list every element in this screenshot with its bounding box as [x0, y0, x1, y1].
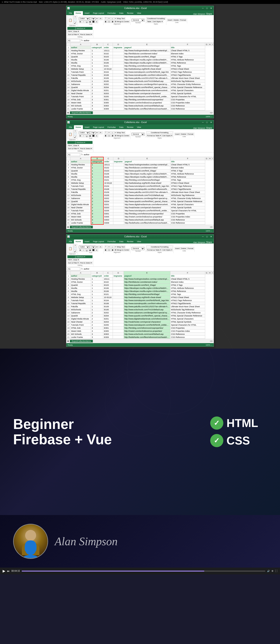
top-align-3[interactable]: ⊤	[104, 246, 107, 248]
add-sheet-1[interactable]: ⊕	[67, 112, 69, 114]
sort-btn-3[interactable]: Sort & Filter ▾	[67, 262, 79, 264]
center-align-2[interactable]: ◫	[108, 134, 111, 137]
share-btn-3[interactable]: Share	[205, 241, 213, 244]
copy-btn-2[interactable]: 📄	[73, 133, 77, 136]
col-E-3[interactable]: E	[124, 271, 170, 274]
name-box-3[interactable]	[67, 267, 80, 270]
wrap-text-1[interactable]: ↵ Wrap Text	[114, 17, 125, 20]
fontsize-select-2[interactable]: 11	[90, 131, 95, 134]
find-btn-2[interactable]: Find & Select ▾	[79, 147, 92, 150]
border-btn-1[interactable]: ▦	[89, 20, 92, 23]
minimize-btn-3[interactable]: ─	[201, 236, 205, 238]
sheet-tab-export-3[interactable]: ExportCollectionItems	[70, 340, 93, 342]
fill-btn-3b[interactable]: 🅰	[92, 249, 95, 252]
decrease-font-2[interactable]: A↓	[99, 131, 102, 134]
merge-btn-3[interactable]: ⊞ Merge & Center	[114, 248, 130, 252]
italic-btn-1[interactable]: I	[82, 20, 85, 23]
tab-data-3[interactable]: Data	[117, 240, 125, 244]
tab-view-1[interactable]: View	[135, 11, 143, 15]
col-C-3[interactable]: C	[103, 271, 113, 274]
col-G-3[interactable]: G	[205, 271, 208, 274]
col-H-1[interactable]: H	[208, 43, 211, 46]
tab-view-3[interactable]: View	[135, 240, 143, 244]
format-painter-3[interactable]: 🖌	[73, 250, 77, 253]
close-btn-1[interactable]: ✕	[209, 7, 213, 10]
progress-bar[interactable]	[22, 571, 265, 572]
col-A-1[interactable]: A	[70, 43, 91, 46]
insert-btn-1[interactable]: Insert	[167, 18, 173, 22]
italic-btn-3[interactable]: I	[82, 249, 85, 252]
clear-btn-3[interactable]: Clear ▾	[72, 258, 79, 261]
format-btn-1[interactable]: Format	[180, 18, 186, 22]
tab-formulas-2[interactable]: Formulas	[106, 125, 118, 129]
tab-insert-2[interactable]: Insert	[83, 125, 91, 129]
tab-pagelayout-2[interactable]: Page Layout	[91, 125, 106, 129]
color-btn-3[interactable]: A	[95, 249, 98, 252]
underline-btn-2[interactable]: U	[85, 134, 88, 137]
left-align-2[interactable]: ◧	[104, 134, 107, 137]
right-align-3[interactable]: ◨	[111, 248, 114, 252]
col-A-3[interactable]: A	[70, 271, 91, 274]
bold-btn-3[interactable]: B	[79, 249, 82, 252]
cell-styles-2[interactable]: Cell Styles ▾	[162, 134, 173, 137]
clear-btn-1[interactable]: Clear ▾	[72, 30, 79, 33]
tab-insert-1[interactable]: Insert	[83, 11, 91, 15]
scroll-arrows-2[interactable]: ◁ ▷	[210, 226, 213, 228]
wrap-text-3[interactable]: ↵ Wrap Text	[114, 246, 125, 248]
col-F-2[interactable]: F	[170, 157, 205, 160]
tab-review-1[interactable]: Review	[125, 11, 135, 15]
tab-data-2[interactable]: Data	[117, 125, 125, 129]
copy-btn-1[interactable]: 📄	[73, 18, 77, 22]
col-D-3[interactable]: D	[113, 271, 124, 274]
col-F-3[interactable]: F	[170, 271, 205, 274]
tab-formulas-1[interactable]: Formulas	[106, 11, 118, 15]
merge-btn-2[interactable]: ⊞ Merge & Center	[114, 134, 130, 137]
fontsize-select-1[interactable]: 11	[90, 17, 95, 20]
top-align-2[interactable]: ⊤	[104, 131, 107, 134]
cut-btn-3[interactable]: ✂	[73, 244, 77, 247]
fill-btn2-3[interactable]: Fill ▾	[67, 258, 72, 261]
add-sheet-3[interactable]: ⊕	[67, 340, 69, 342]
cut-btn-1[interactable]: ✂	[73, 16, 77, 18]
increase-font-1[interactable]: A↑	[96, 17, 99, 20]
color-btn-2[interactable]: A	[95, 134, 98, 137]
color-btn-1[interactable]: A	[95, 20, 98, 23]
find-btn-3[interactable]: Find & Select ▾	[79, 262, 92, 264]
sheet-tab-export-2[interactable]: ExportCollectionItems	[70, 226, 93, 228]
fill-btn-2[interactable]: 🅰	[92, 134, 95, 137]
delete-btn-2[interactable]: Delete	[181, 133, 187, 136]
col-A-2[interactable]: A	[70, 157, 91, 160]
delete-btn-1[interactable]: Delete	[173, 18, 179, 22]
autosum-btn-3[interactable]: ∑ AutoSum ▾	[67, 255, 92, 258]
mid-align-1[interactable]: ≡	[108, 17, 111, 20]
tab-view-2[interactable]: View	[135, 125, 143, 129]
titlebar-controls-2[interactable]: ─ □ ✕	[201, 121, 213, 124]
cell-styles-3[interactable]: Cell Styles ▾	[162, 248, 173, 252]
insert-btn-3[interactable]: Insert	[175, 247, 180, 250]
tab-pagelayout-3[interactable]: Page Layout	[91, 240, 106, 244]
bot-align-1[interactable]: ⊥	[111, 17, 114, 20]
fontsize-select-3[interactable]: 11	[90, 246, 95, 248]
increase-font-2[interactable]: A↑	[96, 131, 99, 134]
col-F-1[interactable]: F	[170, 43, 205, 46]
fill-btn2-1[interactable]: Fill ▾	[67, 30, 72, 33]
find-btn-1[interactable]: Find & Select ▾	[79, 33, 92, 36]
tab-formulas-3[interactable]: Formulas	[106, 240, 118, 244]
volume-btn[interactable]: 🔊	[267, 570, 270, 572]
format-btn-3[interactable]: Format	[187, 247, 194, 250]
col-E-1[interactable]: E	[124, 43, 170, 46]
sheet-tab-export-1[interactable]: ExportCollectionItems	[70, 111, 93, 114]
font-select-3[interactable]: Calibri	[79, 246, 90, 248]
formula-input-2[interactable]	[84, 154, 213, 156]
name-box-1[interactable]	[67, 39, 80, 42]
bot-align-3[interactable]: ⊥	[111, 246, 114, 248]
col-B-1[interactable]: B	[91, 43, 103, 46]
col-C-2[interactable]: C	[103, 157, 113, 160]
tab-data-1[interactable]: Data	[117, 11, 125, 15]
center-align-3[interactable]: ◫	[108, 248, 111, 252]
maximize-btn-1[interactable]: □	[205, 7, 209, 10]
format-painter-2[interactable]: 🖌	[73, 136, 77, 138]
col-H-2[interactable]: H	[208, 157, 211, 160]
decrease-font-3[interactable]: A↓	[99, 246, 102, 248]
col-I-3[interactable]: I	[211, 271, 214, 274]
